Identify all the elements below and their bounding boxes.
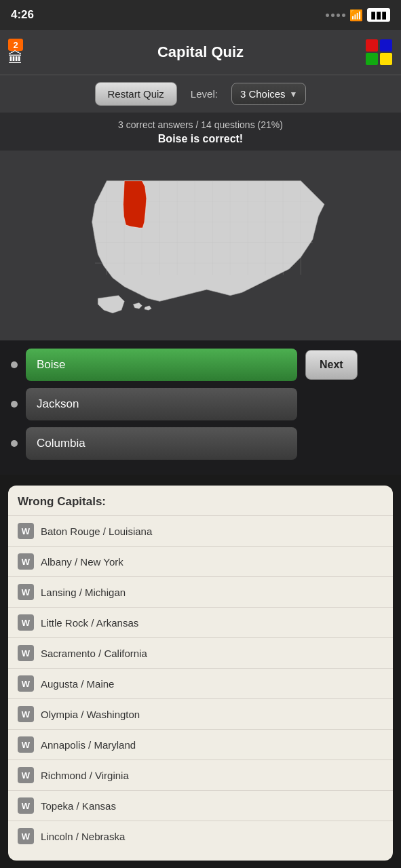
list-item: W Augusta / Maine bbox=[8, 668, 393, 698]
list-item: W Sacramento / California bbox=[8, 637, 393, 668]
list-item: W Richmond / Virginia bbox=[8, 760, 393, 790]
map-container bbox=[0, 151, 401, 340]
status-icons: 📶 ▮▮▮ bbox=[326, 8, 390, 22]
wrong-entry-text: Little Rock / Arkansas bbox=[41, 617, 138, 629]
wrong-badge: W bbox=[18, 645, 34, 661]
wrong-entry-text: Richmond / Virginia bbox=[41, 770, 129, 781]
bullet-1 bbox=[11, 361, 18, 368]
status-bar: 4:26 📶 ▮▮▮ bbox=[0, 0, 401, 30]
app-logo: 2 🏛 bbox=[8, 39, 23, 66]
app-header: 2 🏛 Capital Quiz bbox=[0, 30, 401, 75]
choice-button-boise[interactable]: Boise bbox=[26, 349, 297, 381]
bullet-2 bbox=[11, 401, 18, 408]
wrong-entry-text: Topeka / Kansas bbox=[41, 800, 116, 812]
signal-icon bbox=[326, 14, 345, 17]
wrong-badge: W bbox=[18, 706, 34, 722]
chevron-down-icon: ▼ bbox=[290, 90, 298, 99]
restart-button[interactable]: Restart Quiz bbox=[95, 82, 177, 106]
wrong-capitals-section: Wrong Capitals: W Baton Rouge / Louisian… bbox=[8, 486, 393, 861]
list-item: W Albany / New York bbox=[8, 546, 393, 576]
wrong-badge: W bbox=[18, 553, 34, 570]
next-button[interactable]: Next bbox=[305, 350, 358, 380]
wrong-entry-text: Sacramento / California bbox=[41, 648, 147, 659]
list-item: W Topeka / Kansas bbox=[8, 790, 393, 821]
list-item: W Lincoln / Nebraska bbox=[8, 821, 393, 851]
wrong-entry-text: Albany / New York bbox=[41, 556, 123, 568]
wrong-entry-text: Augusta / Maine bbox=[41, 678, 114, 690]
list-item: W Lansing / Michigan bbox=[8, 576, 393, 607]
choice-button-jackson[interactable]: Jackson bbox=[26, 388, 297, 420]
app-title: Capital Quiz bbox=[157, 43, 244, 61]
correct-message: Boise is correct! bbox=[0, 133, 401, 151]
status-time: 4:26 bbox=[11, 8, 34, 22]
quiz-area: 3 correct answers / 14 questions (21%) B… bbox=[0, 113, 401, 340]
wrong-entry-text: Annapolis / Maryland bbox=[41, 739, 136, 751]
wrong-badge: W bbox=[18, 675, 34, 692]
battery-icon: ▮▮▮ bbox=[367, 8, 390, 22]
wrong-entry-text: Lansing / Michigan bbox=[41, 587, 126, 598]
list-item: W Little Rock / Arkansas bbox=[8, 607, 393, 637]
color-palette bbox=[366, 39, 393, 65]
choices-section: Boise Next Jackson Columbia bbox=[0, 340, 401, 475]
toolbar: Restart Quiz Level: 3 Choices ▼ bbox=[0, 75, 401, 113]
wrong-badge: W bbox=[18, 614, 34, 631]
wrong-entry-text: Lincoln / Nebraska bbox=[41, 831, 125, 842]
us-map bbox=[38, 157, 364, 334]
level-selector[interactable]: 3 Choices ▼ bbox=[231, 83, 307, 105]
choice-row-2: Jackson bbox=[11, 388, 390, 420]
wrong-badge: W bbox=[18, 736, 34, 753]
choice-row-1: Boise Next bbox=[11, 349, 390, 381]
list-item: W Annapolis / Maryland bbox=[8, 729, 393, 760]
logo-icon: 🏛 bbox=[8, 51, 23, 66]
level-label: Level: bbox=[191, 88, 218, 100]
wrong-badge: W bbox=[18, 797, 34, 814]
wrong-badge: W bbox=[18, 523, 34, 539]
choice-button-columbia[interactable]: Columbia bbox=[26, 427, 297, 460]
list-item: W Olympia / Washington bbox=[8, 698, 393, 729]
wrong-badge: W bbox=[18, 584, 34, 600]
wrong-entry-text: Baton Rouge / Louisiana bbox=[41, 526, 152, 537]
wrong-entry-text: Olympia / Washington bbox=[41, 709, 140, 720]
wrong-badge: W bbox=[18, 828, 34, 844]
choice-row-3: Columbia bbox=[11, 427, 390, 460]
list-item: W Baton Rouge / Louisiana bbox=[8, 515, 393, 546]
bullet-3 bbox=[11, 440, 18, 447]
score-text: 3 correct answers / 14 questions (21%) bbox=[0, 113, 401, 133]
wifi-icon: 📶 bbox=[349, 9, 363, 22]
wrong-capitals-title: Wrong Capitals: bbox=[8, 495, 393, 515]
level-value: 3 Choices bbox=[240, 88, 286, 100]
wrong-badge: W bbox=[18, 767, 34, 783]
